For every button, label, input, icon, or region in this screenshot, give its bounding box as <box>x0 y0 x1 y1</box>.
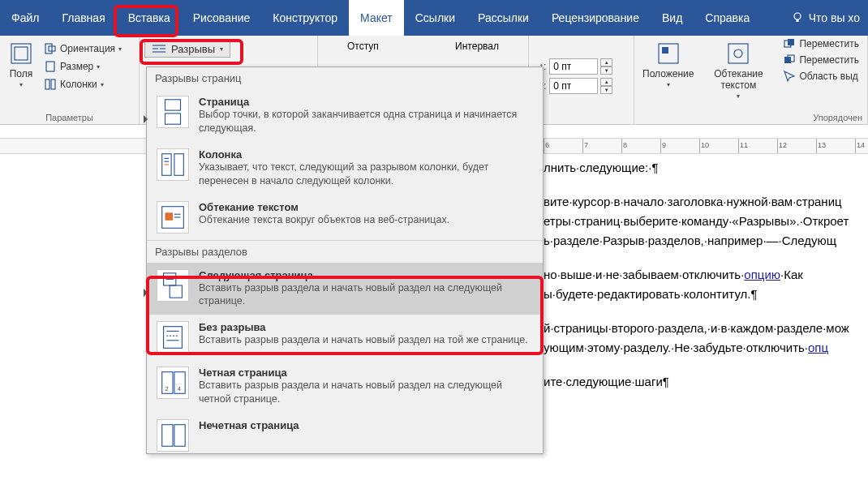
svg-rect-7 <box>45 79 49 89</box>
svg-rect-15 <box>728 44 748 63</box>
break-even-page[interactable]: 24 Четная страницаВставить разрыв раздел… <box>147 360 543 413</box>
wrap-break-icon <box>157 201 189 234</box>
send-backward[interactable]: Переместить <box>783 54 859 66</box>
tab-home[interactable]: Главная <box>50 0 116 36</box>
selection-pane[interactable]: Область выд <box>783 70 859 83</box>
arrange-label: Упорядочен <box>639 113 862 122</box>
svg-rect-34 <box>170 285 182 298</box>
columns-button[interactable]: Колонки▾ <box>41 76 125 92</box>
svg-marker-21 <box>784 71 794 81</box>
tell-me-label: Что вы хо <box>809 11 860 24</box>
tab-draw[interactable]: Рисование <box>182 0 262 36</box>
bring-forward[interactable]: Переместить <box>783 37 859 50</box>
next-page-icon <box>157 269 189 302</box>
page-break-icon <box>157 96 189 128</box>
svg-rect-30 <box>165 212 174 221</box>
breaks-dropdown: Разрывы страниц СтраницаВыбор точки, в к… <box>146 66 544 454</box>
tab-layout[interactable]: Макет <box>349 0 404 36</box>
document-body: лнить·следующие:·¶ вите·курсор·в·начало·… <box>544 158 868 406</box>
tab-review[interactable]: Рецензирование <box>540 0 651 36</box>
size-button[interactable]: Размер▾ <box>41 58 125 75</box>
tab-file[interactable]: Файл <box>0 0 50 36</box>
tab-insert[interactable]: Вставка <box>117 0 182 36</box>
spacing-label: Интервал <box>455 41 499 52</box>
breaks-page-header: Разрывы страниц <box>147 67 543 89</box>
tab-help[interactable]: Справка <box>694 0 761 36</box>
svg-point-16 <box>734 49 742 58</box>
odd-page-icon <box>157 419 189 452</box>
svg-rect-3 <box>15 47 28 60</box>
tab-view[interactable]: Вид <box>651 0 694 36</box>
svg-rect-45 <box>162 425 173 447</box>
even-page-icon: 24 <box>157 367 189 399</box>
column-break-icon <box>157 148 189 181</box>
indent-label: Отступ <box>347 41 379 52</box>
breaks-button[interactable]: Разрывы ▾ <box>144 41 230 58</box>
break-column[interactable]: КолонкаУказывает, что текст, следующий з… <box>147 142 543 195</box>
tab-design[interactable]: Конструктор <box>261 0 349 36</box>
break-continuous[interactable]: Без разрываВставить разрыв раздела и нач… <box>147 315 543 360</box>
tab-references[interactable]: Ссылки <box>404 0 466 36</box>
svg-rect-25 <box>174 153 183 175</box>
page-setup-label: Параметры <box>5 113 134 122</box>
break-odd-page[interactable]: Нечетная страница <box>147 413 543 453</box>
svg-text:2: 2 <box>165 385 169 392</box>
chevron-down-icon: ▾ <box>220 45 223 53</box>
tell-me[interactable]: Что вы хо <box>783 0 868 36</box>
svg-rect-46 <box>174 425 185 447</box>
break-text-wrap[interactable]: Обтекание текстомОбтекание текста вокруг… <box>147 195 543 240</box>
wrap-text-button[interactable]: Обтекание текстом▾ <box>707 37 770 103</box>
svg-point-0 <box>794 13 801 19</box>
position-button[interactable]: Положение▾ <box>639 37 697 103</box>
spacing-after[interactable]: ↕: ▴▾ <box>539 78 629 94</box>
break-next-page[interactable]: Следующая страницаВставить разрыв раздел… <box>147 263 543 315</box>
svg-rect-8 <box>51 79 55 89</box>
breaks-section-header: Разрывы разделов <box>147 241 543 263</box>
svg-rect-6 <box>46 62 54 71</box>
break-page[interactable]: СтраницаВыбор точки, в которой заканчива… <box>147 89 543 142</box>
svg-rect-18 <box>788 39 794 45</box>
spacing-before[interactable]: ↕: ▴▾ <box>539 58 629 75</box>
svg-rect-14 <box>662 47 668 54</box>
breaks-icon <box>152 44 166 55</box>
svg-rect-1 <box>796 19 798 22</box>
margins-button[interactable]: Поля ▾ <box>5 37 37 92</box>
svg-text:4: 4 <box>178 385 181 392</box>
continuous-icon <box>157 321 189 354</box>
ribbon-tabs: Файл Главная Вставка Рисование Конструкт… <box>0 0 868 36</box>
svg-rect-37 <box>164 327 183 349</box>
bulb-icon <box>791 11 804 24</box>
tab-mailings[interactable]: Рассылки <box>466 0 540 36</box>
orientation-button[interactable]: Ориентация▾ <box>41 41 125 57</box>
svg-rect-22 <box>165 100 181 110</box>
chevron-down-icon: ▾ <box>19 81 23 88</box>
svg-rect-23 <box>165 114 181 124</box>
